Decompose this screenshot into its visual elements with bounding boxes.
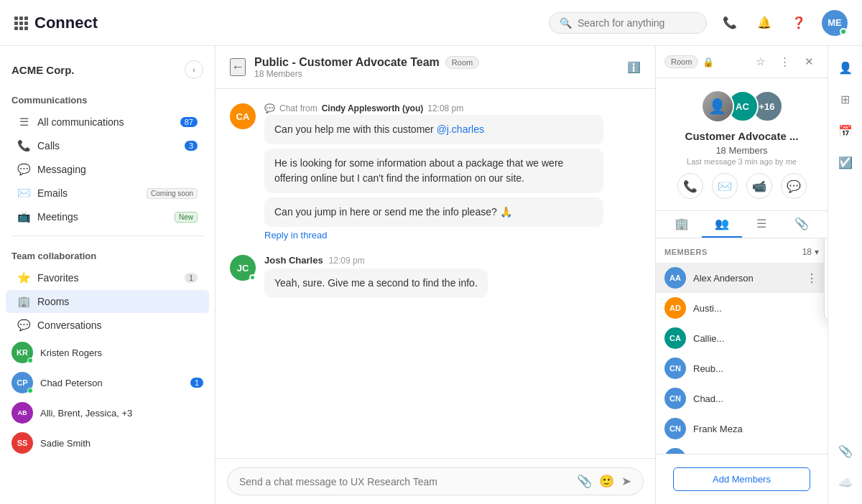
panel-email-button[interactable]: ✉️ bbox=[712, 173, 738, 199]
context-menu-remove[interactable]: 🗑️ Remove from room bbox=[825, 282, 828, 317]
attachment-icon[interactable]: 📎 bbox=[577, 474, 592, 489]
panel-room-tag: Room bbox=[664, 55, 698, 68]
member-item-alex[interactable]: AA Alex Anderson ⋮ 👤 Profile 💬 Chat bbox=[656, 263, 828, 293]
panel-avatars: 👤 AC +16 bbox=[667, 90, 816, 123]
app-container: Connect 🔍 📞 🔔 ❓ ME ACME Corp. ‹ Communic… bbox=[0, 0, 862, 504]
panel-chat-button[interactable]: 💬 bbox=[781, 173, 807, 199]
members-count[interactable]: 18 ▾ bbox=[802, 247, 819, 257]
member-item-frank[interactable]: CN Frank Meza bbox=[656, 414, 828, 444]
conversation-item-kristen[interactable]: KR Kristen Rogers bbox=[0, 337, 215, 368]
sidebar-divider bbox=[11, 235, 203, 236]
member-avatar-callie: CA bbox=[664, 327, 686, 349]
panel-tab-members[interactable]: 👥 bbox=[702, 211, 742, 238]
panel-star-button[interactable]: ☆ bbox=[750, 52, 770, 72]
panel-more-button[interactable]: ⋮ bbox=[774, 52, 794, 72]
panel-tab-info[interactable]: 🏢 bbox=[662, 211, 702, 238]
messaging-icon: 💬 bbox=[17, 163, 30, 176]
sidebar-item-label: Favorites bbox=[37, 272, 177, 284]
msg-avatar-cindy: CA bbox=[230, 103, 256, 129]
calls-badge: 3 bbox=[185, 141, 198, 151]
right-tasks-button[interactable]: ☑️ bbox=[833, 149, 858, 175]
notification-button[interactable]: 🔔 bbox=[753, 11, 776, 34]
sidebar-header: ACME Corp. ‹ bbox=[0, 55, 215, 88]
panel-tab-list[interactable]: ☰ bbox=[742, 211, 782, 238]
online-indicator bbox=[27, 358, 33, 363]
conv-name-sadie: Sadie Smith bbox=[40, 438, 203, 449]
member-item-chad-r[interactable]: CN Chad... bbox=[656, 383, 828, 414]
panel-lock-icon: 🔒 bbox=[703, 57, 714, 67]
right-cloud-button[interactable]: ☁️ bbox=[833, 470, 858, 495]
grid-icon bbox=[14, 17, 27, 29]
search-input[interactable] bbox=[578, 17, 692, 29]
conversation-item-multi[interactable]: AB Alli, Brent, Jessica, +3 bbox=[0, 398, 215, 428]
chat-messages: CA 💬 Chat from Cindy Applesworth (you) 1… bbox=[216, 89, 655, 458]
context-menu-chat[interactable]: 💬 Chat bbox=[825, 238, 828, 258]
emoji-icon[interactable]: 🙂 bbox=[599, 474, 614, 489]
conversation-item-chad[interactable]: CP Chad Peterson 1 bbox=[0, 368, 215, 398]
sidebar-item-conversations[interactable]: 💬 Conversations bbox=[6, 314, 209, 337]
search-box[interactable]: 🔍 bbox=[549, 12, 707, 34]
emails-icon: ✉️ bbox=[17, 187, 30, 200]
member-item-callie[interactable]: CA Callie... bbox=[656, 323, 828, 353]
member-name-alex: Alex Anderson bbox=[693, 273, 797, 284]
help-button[interactable]: ❓ bbox=[787, 11, 810, 34]
room-tag-badge: Room bbox=[445, 56, 479, 69]
send-icon[interactable]: ➤ bbox=[621, 474, 631, 489]
back-button[interactable]: ← bbox=[230, 58, 246, 76]
sidebar-item-label: Conversations bbox=[37, 319, 198, 331]
phone-header-button[interactable]: 📞 bbox=[718, 11, 741, 34]
right-attach-button[interactable]: 📎 bbox=[833, 438, 858, 464]
info-icon[interactable]: ℹ️ bbox=[627, 61, 641, 74]
panel-video-button[interactable]: 📹 bbox=[746, 173, 772, 199]
context-menu-call[interactable]: 📞 Call bbox=[825, 258, 828, 282]
member-name-steve: Steve Lowe bbox=[693, 454, 819, 454]
user-avatar[interactable]: ME bbox=[822, 10, 848, 36]
msg-chat-from: 💬 Chat from Cindy Applesworth (you) 12:0… bbox=[264, 103, 641, 113]
msg-sender: Cindy Applesworth (you) bbox=[322, 103, 424, 113]
add-members-button[interactable]: Add Members bbox=[673, 467, 810, 491]
chad-badge: 1 bbox=[190, 378, 203, 388]
sidebar-item-label: Emails bbox=[37, 187, 139, 199]
app-title: Connect bbox=[34, 14, 98, 32]
sidebar-item-calls[interactable]: 📞 Calls 3 bbox=[6, 134, 209, 157]
sidebar-item-rooms[interactable]: 🏢 Rooms bbox=[6, 290, 209, 313]
sidebar-item-label: Messaging bbox=[37, 164, 198, 175]
right-grid-button[interactable]: ⊞ bbox=[833, 86, 858, 112]
member-item-reub[interactable]: CN Reub... bbox=[656, 353, 828, 383]
sidebar: ACME Corp. ‹ Communications ☰ All commun… bbox=[0, 46, 216, 504]
msg-bubble-1a: Can you help me with this customer @j.ch… bbox=[264, 115, 603, 144]
conversation-item-sadie[interactable]: SS Sadie Smith bbox=[0, 428, 215, 458]
chat-input[interactable] bbox=[239, 476, 570, 487]
all-communications-badge: 87 bbox=[180, 117, 198, 127]
sidebar-item-all-communications[interactable]: ☰ All communications 87 bbox=[6, 111, 209, 134]
sidebar-item-label: Meetings bbox=[37, 211, 167, 223]
favorites-icon: ⭐ bbox=[17, 271, 30, 284]
member-item-steve[interactable]: CN Steve Lowe bbox=[656, 444, 828, 454]
panel-members-list: MEMBERS 18 ▾ AA Alex Anderson ⋮ 👤 bbox=[656, 238, 828, 454]
search-icon: 🔍 bbox=[560, 17, 572, 29]
member-more-alex[interactable]: ⋮ bbox=[805, 270, 819, 286]
right-calendar-button[interactable]: 📅 bbox=[833, 118, 858, 144]
panel-call-button[interactable]: 📞 bbox=[677, 173, 703, 199]
meetings-badge: New bbox=[175, 212, 198, 223]
panel-actions: 📞 ✉️ 📹 💬 bbox=[667, 173, 816, 199]
panel-tab-attach[interactable]: 📎 bbox=[782, 211, 822, 238]
member-avatar-reub: CN bbox=[664, 358, 686, 379]
member-avatar-chad-r: CN bbox=[664, 388, 686, 409]
right-contacts-button[interactable]: 👤 bbox=[833, 55, 858, 80]
reply-thread-link[interactable]: Reply in thread bbox=[264, 227, 641, 243]
member-name-austi: Austi... bbox=[693, 303, 819, 314]
sidebar-item-favorites[interactable]: ⭐ Favorites 1 bbox=[6, 266, 209, 289]
team-collab-label: Team collaboration bbox=[0, 243, 215, 266]
collapse-sidebar-button[interactable]: ‹ bbox=[185, 60, 203, 79]
msg-content-josh: Josh Charles 12:09 pm Yeah, sure. Give m… bbox=[264, 255, 641, 298]
top-header: Connect 🔍 📞 🔔 ❓ ME bbox=[0, 0, 862, 46]
meetings-icon: 📺 bbox=[17, 210, 30, 223]
sidebar-item-emails[interactable]: ✉️ Emails Coming soon bbox=[6, 182, 209, 205]
member-item-austi[interactable]: AD Austi... bbox=[656, 293, 828, 323]
panel-close-button[interactable]: ✕ bbox=[799, 52, 819, 72]
conv-name-chad: Chad Peterson bbox=[40, 378, 183, 388]
sidebar-item-messaging[interactable]: 💬 Messaging bbox=[6, 158, 209, 181]
sidebar-item-meetings[interactable]: 📺 Meetings New bbox=[6, 205, 209, 228]
main-layout: ACME Corp. ‹ Communications ☰ All commun… bbox=[0, 46, 862, 504]
